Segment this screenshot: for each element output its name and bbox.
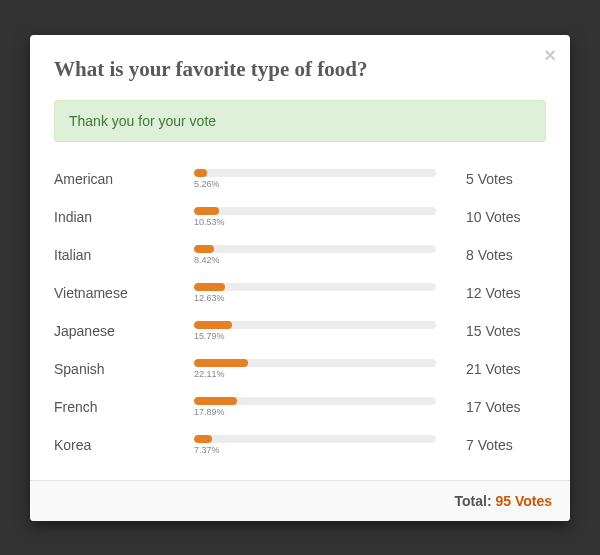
option-label: American	[54, 171, 194, 187]
bar-fill	[194, 321, 232, 329]
bar-track	[194, 397, 436, 405]
result-row: French17.89%17 Votes	[54, 388, 546, 426]
bar-column: 5.26%	[194, 169, 466, 189]
bar-fill	[194, 207, 219, 215]
percent-text: 12.63%	[194, 293, 436, 303]
votes-text: 21 Votes	[466, 361, 546, 377]
option-label: Vietnamese	[54, 285, 194, 301]
option-label: Italian	[54, 247, 194, 263]
bar-column: 7.37%	[194, 435, 466, 455]
bar-column: 22.11%	[194, 359, 466, 379]
modal-footer: Total: 95 Votes	[30, 480, 570, 521]
bar-track	[194, 435, 436, 443]
results-list: American5.26%5 VotesIndian10.53%10 Votes…	[54, 160, 546, 464]
percent-text: 7.37%	[194, 445, 436, 455]
bar-column: 12.63%	[194, 283, 466, 303]
bar-track	[194, 169, 436, 177]
bar-track	[194, 359, 436, 367]
bar-fill	[194, 283, 225, 291]
percent-text: 15.79%	[194, 331, 436, 341]
votes-text: 15 Votes	[466, 323, 546, 339]
modal-body: What is your favorite type of food? Than…	[30, 35, 570, 480]
total-value: 95 Votes	[495, 493, 552, 509]
result-row: Indian10.53%10 Votes	[54, 198, 546, 236]
poll-results-modal: × What is your favorite type of food? Th…	[30, 35, 570, 521]
success-alert: Thank you for your vote	[54, 100, 546, 142]
option-label: French	[54, 399, 194, 415]
option-label: Indian	[54, 209, 194, 225]
poll-title: What is your favorite type of food?	[54, 57, 546, 82]
result-row: American5.26%5 Votes	[54, 160, 546, 198]
votes-text: 8 Votes	[466, 247, 546, 263]
option-label: Japanese	[54, 323, 194, 339]
option-label: Korea	[54, 437, 194, 453]
votes-text: 5 Votes	[466, 171, 546, 187]
close-icon[interactable]: ×	[544, 45, 556, 65]
votes-text: 10 Votes	[466, 209, 546, 225]
result-row: Japanese15.79%15 Votes	[54, 312, 546, 350]
percent-text: 10.53%	[194, 217, 436, 227]
bar-track	[194, 207, 436, 215]
option-label: Spanish	[54, 361, 194, 377]
result-row: Korea7.37%7 Votes	[54, 426, 546, 464]
percent-text: 8.42%	[194, 255, 436, 265]
bar-column: 8.42%	[194, 245, 466, 265]
bar-track	[194, 245, 436, 253]
bar-column: 10.53%	[194, 207, 466, 227]
bar-track	[194, 283, 436, 291]
bar-column: 15.79%	[194, 321, 466, 341]
result-row: Italian8.42%8 Votes	[54, 236, 546, 274]
votes-text: 17 Votes	[466, 399, 546, 415]
votes-text: 12 Votes	[466, 285, 546, 301]
bar-fill	[194, 359, 248, 367]
bar-column: 17.89%	[194, 397, 466, 417]
votes-text: 7 Votes	[466, 437, 546, 453]
bar-fill	[194, 169, 207, 177]
percent-text: 22.11%	[194, 369, 436, 379]
bar-fill	[194, 397, 237, 405]
bar-fill	[194, 435, 212, 443]
percent-text: 5.26%	[194, 179, 436, 189]
result-row: Vietnamese12.63%12 Votes	[54, 274, 546, 312]
total-label: Total:	[454, 493, 495, 509]
bar-track	[194, 321, 436, 329]
bar-fill	[194, 245, 214, 253]
result-row: Spanish22.11%21 Votes	[54, 350, 546, 388]
percent-text: 17.89%	[194, 407, 436, 417]
